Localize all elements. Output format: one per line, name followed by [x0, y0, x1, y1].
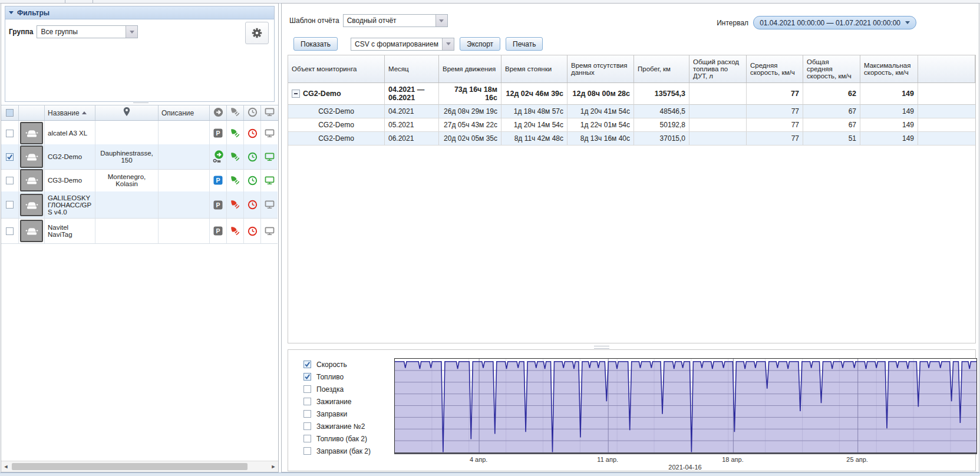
report-template-select[interactable]: Сводный отчёт [343, 14, 448, 27]
time-column-header[interactable] [244, 105, 261, 120]
report-total-value [689, 83, 747, 105]
location-column-header[interactable] [95, 105, 159, 120]
chart-plot-area[interactable] [394, 358, 977, 454]
legend-checkbox[interactable] [303, 435, 311, 442]
select-all-checkbox[interactable] [6, 109, 14, 117]
legend-item[interactable]: Зажигание [303, 395, 371, 408]
report-row[interactable]: CG2-Demo05.202127д 05ч 43м 22с1д 20ч 14м… [288, 118, 975, 132]
unit-location [95, 191, 159, 219]
unit-checkbox[interactable] [6, 153, 14, 161]
chart-legend: СкоростьТопливоПоездкаЗажиганиеЗаправкиЗ… [303, 358, 371, 457]
legend-checkbox[interactable] [303, 361, 311, 368]
report-row[interactable]: CG2-Demo06.202120д 02ч 05м 35с8д 11ч 42м… [288, 132, 975, 146]
unit-checkbox[interactable] [6, 227, 14, 235]
report-row-object: CG2-Demo [288, 105, 385, 118]
unit-avatar [20, 122, 43, 144]
filters-header[interactable]: Фильтры [5, 6, 274, 19]
group-select[interactable]: Все группы [37, 25, 138, 38]
report-column-header[interactable]: Общая средняя скорость, км/ч [803, 55, 860, 82]
report-row-value: 67 [803, 105, 860, 118]
unit-time-state [244, 219, 261, 244]
report-column-header[interactable]: Максимальная скорость, км/ч [860, 55, 918, 82]
legend-item[interactable]: Заправки [303, 408, 371, 420]
legend-item[interactable]: Скорость [303, 358, 371, 371]
legend-label: Топливо (бак 2) [316, 435, 367, 443]
legend-checkbox[interactable] [303, 373, 311, 381]
unit-icon-cell [19, 168, 45, 193]
report-column-header[interactable]: Средняя скорость, км/ч [747, 55, 803, 82]
show-report-button[interactable]: Показать [293, 37, 338, 51]
unit-row[interactable]: GALILEOSKY ГЛОНАСС/GPS v4.0 P [1, 191, 278, 219]
x-tick-label: 4 апр. [470, 456, 487, 463]
report-table-total-row[interactable]: CG2-Demo04.2021 — 06.202173д 16ч 18м 16с… [288, 83, 975, 105]
unit-row[interactable]: alcatel A3 XL P [1, 121, 278, 144]
signal-column-header[interactable] [227, 105, 244, 120]
report-column-header[interactable]: Общий расход топлива по ДУТ, л [689, 55, 747, 82]
print-button[interactable]: Печать [506, 37, 543, 51]
report-column-header[interactable]: Месяц [385, 55, 439, 82]
chart-splitter-grip[interactable] [594, 346, 609, 349]
monitor-gray-icon [265, 128, 275, 138]
unit-icon-column-header[interactable] [19, 105, 45, 120]
export-format-select[interactable]: CSV с форматированием [351, 38, 454, 51]
motion-header-icon [213, 107, 223, 117]
sort-asc-icon [82, 111, 87, 114]
unit-checkbox[interactable] [6, 177, 14, 184]
report-row-month: 04.2021 [385, 105, 439, 118]
report-row-object: CG2-Demo [288, 118, 385, 132]
monitoring-column-header[interactable] [261, 105, 278, 120]
scrollbar-thumb[interactable] [12, 463, 248, 470]
unit-motion-state: P [210, 168, 227, 193]
legend-checkbox[interactable] [303, 385, 311, 393]
legend-checkbox[interactable] [303, 422, 311, 430]
legend-checkbox[interactable] [303, 398, 311, 405]
report-column-header[interactable]: Пробег, км [634, 55, 689, 82]
report-template-dropdown-button[interactable] [435, 15, 447, 27]
report-row[interactable]: CG2-Demo04.202126д 08ч 29м 19с1д 18ч 48м… [288, 105, 975, 118]
report-row-value: 77 [747, 132, 803, 146]
group-label: Группа [9, 28, 33, 36]
legend-item[interactable]: Заправки (бак 2) [303, 445, 371, 457]
clock-red-icon [248, 226, 258, 236]
group-select-dropdown-button[interactable] [126, 26, 137, 38]
unit-motion-state: P [210, 121, 227, 146]
filters-title: Фильтры [17, 9, 50, 17]
chart-x-axis-labels: 4 апр.11 апр.18 апр.25 апр. [394, 456, 976, 464]
unit-checkbox[interactable] [6, 201, 14, 209]
unit-checkbox[interactable] [6, 130, 14, 137]
unit-checkbox-cell [1, 121, 19, 146]
gps-monitoring-app: Фильтры Группа Все группы Название [0, 0, 980, 476]
gear-icon [252, 28, 262, 38]
motion-state-column-header[interactable] [210, 105, 227, 120]
legend-item[interactable]: Зажигание №2 [303, 420, 371, 432]
scroll-right-arrow[interactable]: ► [269, 464, 278, 470]
chevron-down-icon [446, 42, 451, 45]
unit-row[interactable]: CG2-DemoDauphinestrasse, 150 [1, 144, 278, 168]
report-row-value [689, 132, 747, 146]
legend-item[interactable]: Топливо (бак 2) [303, 432, 371, 445]
legend-item[interactable]: Поездка [303, 383, 371, 395]
description-column-header[interactable]: Описание [159, 105, 210, 120]
report-column-header[interactable]: Время стоянки [501, 55, 567, 82]
scroll-left-arrow[interactable]: ◄ [1, 464, 11, 470]
legend-checkbox[interactable] [303, 447, 311, 455]
unit-row[interactable]: CG3-DemoMontenegro, Kolasin P [1, 168, 278, 191]
settings-gear-button[interactable] [245, 22, 269, 44]
interval-select[interactable]: 01.04.2021 00:00:00 — 01.07.2021 00:00:0… [753, 16, 916, 29]
collapse-minus-icon[interactable] [292, 90, 300, 98]
unit-name: GALILEOSKY ГЛОНАСС/GPS v4.0 [45, 191, 95, 219]
report-column-header[interactable]: Время отсутствия данных [567, 55, 634, 82]
unit-row[interactable]: Navitel NaviTag P [1, 219, 278, 241]
report-column-header[interactable]: Объект мониторинга [288, 55, 385, 82]
report-column-header[interactable]: Время движения [439, 55, 501, 82]
name-column-header[interactable]: Название [45, 105, 95, 120]
unit-checkbox-cell [1, 144, 19, 170]
legend-item[interactable]: Топливо [303, 371, 371, 383]
report-row-value: 77 [747, 105, 803, 118]
export-button[interactable]: Экспорт [460, 37, 500, 51]
legend-checkbox[interactable] [303, 410, 311, 418]
unit-location [95, 219, 159, 244]
export-format-dropdown-button[interactable] [442, 38, 454, 50]
monitor-gray-icon [265, 200, 275, 210]
horizontal-scrollbar[interactable]: ◄ ► [1, 461, 278, 472]
